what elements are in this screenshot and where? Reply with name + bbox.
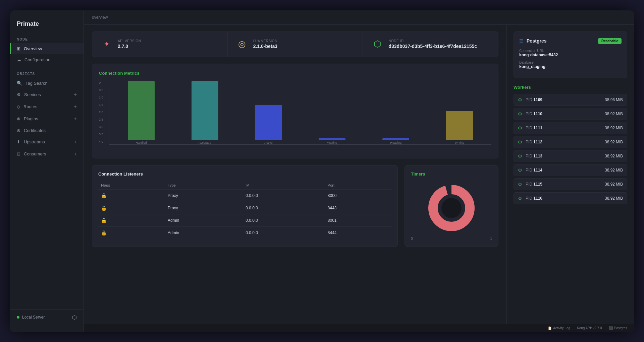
chart-y-axis: 4.0 3.5 3.0 2.5 2.0 1.5 1.0 0.5 0: [99, 81, 109, 145]
worker-icon: ⚙: [518, 97, 522, 102]
node-id-label: Node Id: [388, 39, 477, 43]
lua-version-label: Lua Version: [253, 39, 277, 43]
kong-api-label: Kong API: v2.7.0: [577, 326, 602, 330]
listeners-table: Flags Type IP Port 🔒 Proxy: [98, 181, 391, 239]
sidebar-item-consumers[interactable]: ⊟ Consumers +: [10, 148, 84, 160]
bar-reading: Reading: [364, 81, 428, 144]
col-flags: Flags: [98, 181, 165, 190]
db-header: ≡ Postgres Reachable: [519, 37, 622, 45]
api-version-label: API Version: [118, 39, 141, 43]
sidebar: Primate NODE ⊞ Overview ☁ Configuration …: [10, 10, 84, 332]
lock-icon: 🔒: [101, 193, 107, 198]
lua-version-icon: ◎: [236, 38, 249, 51]
status-bar: 📋 Activity Log Kong API: v2.7.0 ⬛ Postgr…: [84, 324, 634, 332]
app-brand: Primate: [10, 17, 84, 36]
database-name-value: kong_staging: [519, 64, 622, 69]
svg-point-2: [441, 198, 462, 218]
bar-handled: Handled: [109, 81, 173, 144]
add-upstreams-button[interactable]: +: [74, 139, 77, 145]
add-consumers-button[interactable]: +: [74, 151, 77, 157]
sidebar-item-tag-search[interactable]: 🔍 Tag Search: [10, 78, 84, 89]
node-section-label: NODE: [10, 36, 84, 43]
services-icon: ⚙: [17, 92, 21, 97]
add-routes-button[interactable]: +: [74, 104, 77, 110]
upstreams-icon: ⬆: [17, 139, 20, 144]
app-frame: Primate NODE ⊞ Overview ☁ Configuration …: [10, 10, 634, 332]
content-area: ✦ API Version 2.7.0 ◎ Lua Version 2.1.0-…: [84, 25, 634, 324]
certificates-icon: ⊛: [17, 128, 20, 133]
lock-icon: 🔒: [101, 205, 107, 211]
bar-waiting: Waiting: [300, 81, 364, 144]
donut-label-right: 1: [490, 237, 492, 241]
database-name-label: Database: [519, 61, 622, 64]
sidebar-item-plugins[interactable]: ⊕ Plugins +: [10, 113, 84, 125]
timers-section: Timers 0 1: [405, 165, 498, 247]
add-plugins-button[interactable]: +: [74, 116, 77, 122]
sidebar-item-upstreams[interactable]: ⬆ Upstreams +: [10, 136, 84, 148]
worker-row-6: ⚙ PID 1115 38.92 MiB: [514, 178, 627, 190]
db-name: Postgres: [527, 38, 547, 44]
node-id-card: ⬡ Node Id d33db037-d3b5-4ff3-b1e6-4f7dea…: [363, 32, 498, 57]
worker-row-0: ⚙ PID 1109 38.96 MiB: [514, 94, 627, 106]
activity-log-status[interactable]: 📋 Activity Log: [548, 326, 570, 330]
sidebar-item-overview[interactable]: ⊞ Overview: [10, 43, 84, 54]
listeners-title: Connection Listeners: [98, 172, 391, 177]
api-version-icon: ✦: [100, 38, 113, 51]
col-ip: IP: [243, 181, 325, 190]
worker-row-1: ⚙ PID 1110 38.92 MiB: [514, 108, 627, 120]
table-row: 🔒 Admin 0.0.0.0 8444: [98, 226, 391, 239]
sidebar-footer: Local Server ⬡: [10, 309, 84, 325]
timers-title: Timers: [411, 172, 492, 177]
worker-row-7: ⚙ PID 1116 38.92 MiB: [514, 192, 627, 204]
worker-icon: ⚙: [518, 111, 522, 117]
col-port: Port: [325, 181, 391, 190]
activity-log-label: Activity Log: [553, 326, 570, 330]
sidebar-item-certificates[interactable]: ⊛ Certificates: [10, 125, 84, 136]
col-type: Type: [165, 181, 243, 190]
worker-row-2: ⚙ PID 1111 38.92 MiB: [514, 122, 627, 134]
lock-icon: 🔒: [101, 218, 107, 223]
search-icon: 🔍: [17, 81, 22, 86]
lua-version-card: ◎ Lua Version 2.1.0-beta3: [228, 32, 363, 57]
chart-bars-area: Handled Accepted Active: [109, 81, 491, 145]
table-row: 🔒 Admin 0.0.0.0 8001: [98, 214, 391, 226]
connection-url-label: Connection URL: [519, 49, 622, 53]
table-row: 🔒 Proxy 0.0.0.0 8443: [98, 202, 391, 214]
table-row: 🔒 Proxy 0.0.0.0 8000: [98, 189, 391, 202]
donut-svg: [426, 183, 477, 233]
sidebar-item-routes[interactable]: ◇ Routes +: [10, 101, 84, 113]
connection-listeners: Connection Listeners Flags Type IP Port: [92, 165, 398, 247]
objects-section-label: OBJECTS: [10, 70, 84, 78]
main-content: overview ✦ API Version 2.7.0 ◎: [84, 10, 634, 332]
api-version-card: ✦ API Version 2.7.0: [92, 32, 228, 57]
server-status-dot: [17, 316, 19, 319]
add-services-button[interactable]: +: [74, 92, 77, 98]
grid-icon: ⊞: [17, 46, 20, 51]
worker-row-5: ⚙ PID 1114 38.92 MiB: [514, 164, 627, 176]
worker-icon: ⚙: [518, 167, 522, 173]
db-connection-url-row: Connection URL kong-database:5432: [519, 49, 622, 57]
bar-accepted: Accepted: [173, 81, 237, 144]
api-version-value: 2.7.0: [118, 44, 141, 49]
worker-icon: ⚙: [518, 182, 522, 187]
plugins-icon: ⊕: [17, 116, 20, 121]
bar-writing: Writing: [428, 81, 491, 144]
donut-label-left: 0: [411, 237, 413, 241]
breadcrumb: overview: [84, 10, 634, 25]
info-cards: ✦ API Version 2.7.0 ◎ Lua Version 2.1.0-…: [92, 31, 498, 57]
kong-api-status: Kong API: v2.7.0: [577, 326, 602, 330]
worker-icon: ⚙: [518, 196, 522, 201]
sidebar-item-configuration[interactable]: ☁ Configuration: [10, 54, 84, 65]
worker-icon: ⚙: [518, 139, 522, 145]
center-panel: ✦ API Version 2.7.0 ◎ Lua Version 2.1.0-…: [84, 25, 506, 324]
logout-icon[interactable]: ⬡: [72, 314, 77, 321]
node-id-value: d33db037-d3b5-4ff3-b1e6-4f7dea12155c: [388, 44, 477, 49]
worker-icon: ⚙: [518, 153, 522, 159]
sidebar-item-services[interactable]: ⚙ Services +: [10, 89, 84, 101]
workers-list: ⚙ PID 1109 38.96 MiB ⚙ PID 1110 38.92 Mi…: [514, 94, 627, 204]
node-id-icon: ⬡: [371, 38, 384, 51]
database-card: ≡ Postgres Reachable Connection URL kong…: [514, 31, 627, 78]
lua-version-value: 2.1.0-beta3: [253, 44, 277, 49]
consumers-icon: ⊟: [17, 151, 20, 156]
donut-chart: [411, 181, 492, 235]
